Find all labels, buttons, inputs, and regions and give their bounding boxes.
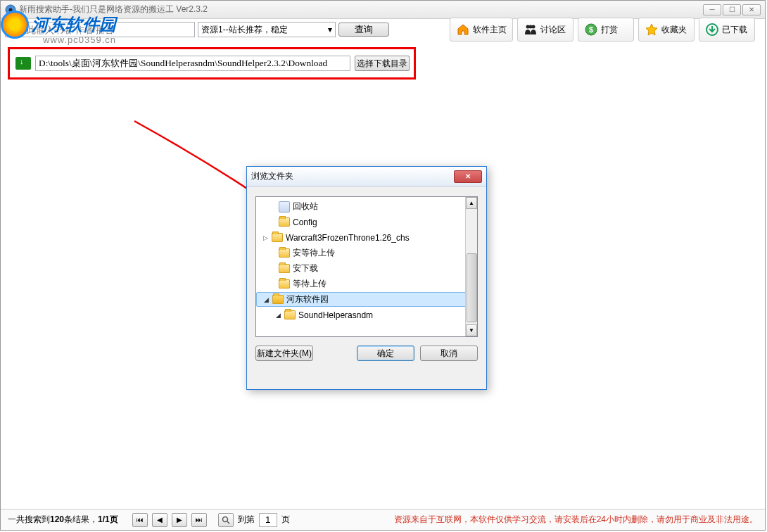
- favorites-button[interactable]: 收藏夹: [638, 18, 695, 42]
- folder-tree: 回收站 Config ▷Warcraft3FrozenThrone1.26_ch…: [255, 196, 478, 337]
- tree-item[interactable]: 等待上传: [256, 277, 477, 291]
- folder-icon: [284, 310, 296, 319]
- star-icon: [645, 23, 659, 37]
- close-button[interactable]: ✕: [742, 4, 761, 15]
- goto-prefix: 到第: [238, 514, 255, 526]
- query-button[interactable]: 查询: [338, 23, 389, 37]
- folder-open-icon: [272, 295, 284, 304]
- scroll-thumb[interactable]: [467, 253, 477, 322]
- window-title: 新雨搜索助手-我们只是网络资源的搬运工 Ver2.3.2: [19, 4, 208, 15]
- nav-forum-label: 讨论区: [540, 24, 566, 36]
- scroll-up-button[interactable]: ▲: [466, 197, 477, 209]
- svg-point-8: [222, 517, 227, 521]
- home-icon: [456, 23, 470, 37]
- next-page-button[interactable]: ▶: [172, 513, 187, 527]
- chevron-down-icon: ▾: [328, 25, 332, 34]
- titlebar: 新雨搜索助手-我们只是网络资源的搬运工 Ver2.3.2 ─ ☐ ✕: [1, 1, 765, 19]
- new-folder-button[interactable]: 新建文件夹(M): [255, 346, 313, 361]
- tree-item[interactable]: Config: [256, 215, 477, 229]
- folder-icon: [272, 233, 283, 242]
- collapse-icon[interactable]: ◢: [274, 312, 281, 319]
- dialog-title-text: 浏览文件夹: [251, 170, 293, 182]
- donate-button[interactable]: $ 打赏: [578, 18, 634, 42]
- tree-item-selected[interactable]: ◢河东软件园: [256, 292, 477, 307]
- browse-folder-dialog: 浏览文件夹 ✕ 回收站 Config ▷Warcraft3FrozenThron…: [246, 166, 487, 390]
- folder-icon: [279, 248, 290, 258]
- ok-button[interactable]: 确定: [357, 346, 414, 361]
- nav-home-label: 软件主页: [473, 24, 507, 36]
- minimize-button[interactable]: ─: [703, 4, 721, 15]
- tree-item[interactable]: ▷Warcraft3FrozenThrone1.26_chs: [256, 231, 477, 244]
- forum-button[interactable]: 讨论区: [517, 18, 573, 42]
- nav-donate-label: 打赏: [601, 24, 618, 36]
- source-selected-label: 资源1--站长推荐，稳定: [201, 24, 288, 36]
- app-icon: [5, 4, 16, 15]
- nav-downloaded-label: 已下载: [722, 24, 747, 36]
- folder-icon: [279, 264, 290, 273]
- page-number-input[interactable]: [259, 513, 277, 527]
- expand-icon[interactable]: ▷: [262, 234, 269, 241]
- scroll-down-button[interactable]: ▼: [466, 324, 477, 336]
- folder-icon: [279, 279, 290, 289]
- dialog-close-button[interactable]: ✕: [454, 170, 482, 183]
- goto-page-button[interactable]: [218, 513, 234, 527]
- dialog-titlebar[interactable]: 浏览文件夹 ✕: [247, 167, 486, 186]
- maximize-button[interactable]: ☐: [723, 4, 741, 15]
- svg-point-4: [529, 25, 533, 29]
- tree-item[interactable]: 安下载: [256, 262, 477, 275]
- folder-icon: [279, 217, 290, 227]
- download-icon: [705, 23, 719, 37]
- svg-point-1: [9, 8, 13, 11]
- tree-item[interactable]: ◢SoundHelperasndm: [256, 308, 477, 322]
- first-page-button[interactable]: ⏮: [132, 513, 148, 527]
- svg-text:$: $: [589, 25, 593, 34]
- cancel-button[interactable]: 取消: [420, 346, 478, 361]
- home-button[interactable]: 软件主页: [450, 18, 513, 42]
- content-area: 浏览文件夹 ✕ 回收站 Config ▷Warcraft3FrozenThron…: [1, 40, 765, 509]
- statusbar: 一共搜索到120条结果，1/1页 ⏮ ◀ ▶ ⏭ 到第 页 资源来自于互联网，本…: [1, 509, 765, 530]
- nav-favorites-label: 收藏夹: [661, 24, 687, 36]
- recycle-bin-icon: [279, 201, 290, 213]
- results-text: 一共搜索到120条结果，1/1页: [8, 514, 118, 526]
- tree-item[interactable]: 安等待上传: [256, 246, 477, 260]
- scrollbar[interactable]: ▲ ▼: [465, 197, 477, 336]
- tree-item-recycle[interactable]: 回收站: [256, 200, 477, 213]
- people-icon: [524, 23, 538, 37]
- downloaded-button[interactable]: 已下载: [699, 18, 755, 42]
- money-icon: $: [584, 23, 598, 37]
- goto-suffix: 页: [281, 514, 290, 526]
- source-select[interactable]: 资源1--站长推荐，稳定 ▾: [198, 22, 336, 37]
- disclaimer-text: 资源来自于互联网，本软件仅供学习交流，请安装后在24小时内删除，请勿用于商业及非…: [394, 514, 758, 526]
- collapse-icon[interactable]: ◢: [262, 296, 270, 303]
- svg-line-9: [227, 521, 229, 524]
- last-page-button[interactable]: ⏭: [191, 513, 207, 527]
- prev-page-button[interactable]: ◀: [152, 513, 167, 527]
